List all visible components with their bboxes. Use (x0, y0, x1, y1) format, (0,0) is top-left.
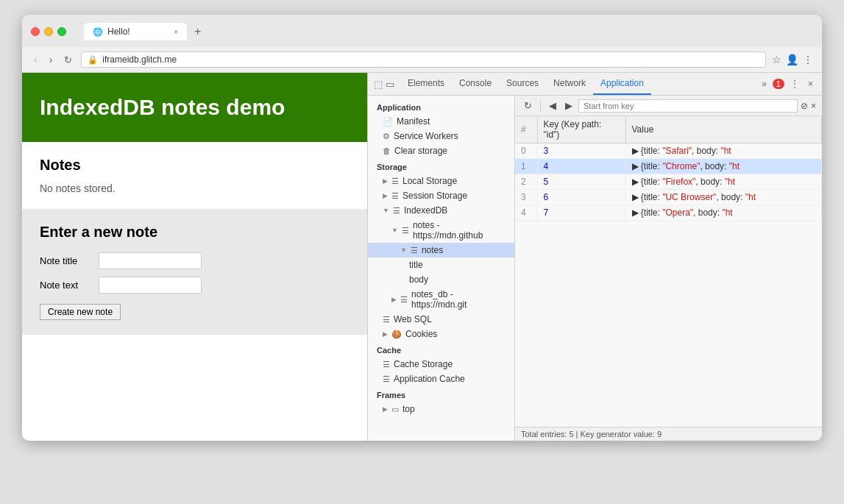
app-cache-icon: ☰ (383, 375, 390, 384)
page-header: IndexedDB notes demo (22, 73, 367, 142)
devtools-close-button[interactable]: × (805, 77, 816, 90)
maximize-traffic-light[interactable] (57, 27, 66, 36)
session-storage-icon: ☰ (391, 191, 399, 201)
devtools-inspect-icon[interactable]: ⬚ (374, 79, 383, 90)
col-header-value: Value (625, 116, 822, 143)
table-row[interactable]: 2 5 ▶ {title: "Firefox", body: "ht (515, 174, 822, 190)
traffic-lights (31, 27, 66, 36)
cache-storage-icon: ☰ (383, 360, 390, 369)
profile-button[interactable]: 👤 (786, 54, 798, 65)
sidebar-item-web-sql[interactable]: ☰ Web SQL (368, 312, 514, 327)
devtools-panel: ⬚ ▭ Elements Console Sources Network App… (368, 73, 822, 441)
address-text: iframeidb.glitch.me (102, 54, 177, 65)
devtools-main: ↻ ◀ ▶ ⊘ × # (515, 96, 822, 441)
tab-application[interactable]: Application (593, 73, 651, 95)
back-button[interactable]: ‹ (31, 52, 40, 67)
start-from-key-input[interactable] (578, 99, 798, 113)
sidebar-item-local-storage[interactable]: ▶ ☰ Local Storage (368, 174, 514, 188)
sidebar-item-notes-db[interactable]: ▼ ☰ notes - https://mdn.github (368, 218, 514, 243)
tab-close-button[interactable]: × (174, 28, 178, 36)
next-key-button[interactable]: ▶ (562, 99, 575, 113)
notes-db-label: notes - https://mdn.github (413, 220, 508, 241)
service-workers-icon: ⚙ (383, 132, 390, 141)
status-text: Total entries: 5 | Key generator value: … (521, 430, 662, 439)
devtools-responsive-icon[interactable]: ▭ (386, 79, 394, 90)
tab-elements[interactable]: Elements (400, 73, 452, 95)
notes-heading: Notes (40, 157, 350, 174)
devtools-toolbar: ↻ ◀ ▶ ⊘ × (515, 96, 822, 116)
error-badge: 1 (773, 79, 784, 89)
more-tabs-button[interactable]: » (759, 77, 770, 90)
tab-network[interactable]: Network (546, 73, 593, 95)
sidebar-item-indexeddb[interactable]: ▼ ☰ IndexedDB (368, 203, 514, 218)
close-key-button[interactable]: × (811, 101, 816, 111)
sidebar-item-top[interactable]: ▶ ▭ top (368, 402, 514, 416)
local-storage-icon: ☰ (391, 177, 399, 186)
note-text-label: Note text (40, 280, 91, 291)
sidebar-item-service-workers[interactable]: ⚙ Service Workers (368, 129, 514, 143)
cookies-icon: 🍪 (391, 330, 402, 339)
table-row[interactable]: 4 7 ▶ {title: "Opera", body: "ht (515, 205, 822, 221)
sidebar-item-cookies[interactable]: ▶ 🍪 Cookies (368, 327, 514, 341)
prev-key-button[interactable]: ◀ (546, 99, 559, 113)
cell-value: ▶ {title: "Chrome", body: "ht (625, 159, 822, 174)
browser-tab[interactable]: 🌐 Hello! × (84, 23, 187, 40)
note-title-label: Note title (40, 255, 91, 266)
cell-index: 3 (515, 190, 537, 205)
sidebar-item-notes-store[interactable]: ▼ ☰ notes (368, 243, 514, 258)
devtools-more-button[interactable]: ⋮ (787, 77, 802, 90)
tab-sources[interactable]: Sources (499, 73, 546, 95)
tab-console-label: Console (459, 78, 492, 88)
notes-store-icon: ☰ (411, 246, 418, 255)
tab-network-label: Network (553, 78, 586, 88)
notes-store-label: notes (422, 245, 443, 255)
more-button[interactable]: ⋮ (803, 54, 813, 65)
title-bar: 🌐 Hello! × + (22, 15, 822, 47)
cell-value: ▶ {title: "UC Browser", body: "ht (625, 190, 822, 205)
forward-button[interactable]: › (46, 52, 56, 67)
sidebar-item-notes-db2[interactable]: ▶ ☰ notes_db - https://mdn.git (368, 287, 514, 312)
bookmark-button[interactable]: ☆ (772, 54, 781, 65)
refresh-button[interactable]: ↻ (61, 53, 75, 67)
note-text-input[interactable] (99, 277, 202, 294)
cell-key: 5 (537, 174, 625, 190)
new-note-heading: Enter a new note (40, 224, 350, 241)
body-field-label: body (409, 274, 428, 285)
tab-console[interactable]: Console (452, 73, 499, 95)
devtools-tab-bar: ⬚ ▭ Elements Console Sources Network App… (368, 73, 822, 96)
notes-section: Notes No notes stored. (22, 142, 367, 209)
notes-db-expand-icon: ▼ (391, 227, 398, 234)
indexeddb-table: # Key (Key path: "id") Value 0 3 ▶ {titl… (515, 116, 822, 221)
refresh-data-button[interactable]: ↻ (521, 99, 535, 113)
create-note-button[interactable]: Create new note (40, 304, 121, 320)
table-row[interactable]: 3 6 ▶ {title: "UC Browser", body: "ht (515, 190, 822, 205)
note-title-row: Note title (40, 252, 350, 269)
title-bar-top: 🌐 Hello! × + (31, 22, 813, 41)
notes-db2-label: notes_db - https://mdn.git (411, 289, 508, 310)
application-section-title: Application (368, 99, 514, 114)
table-row[interactable]: 1 4 ▶ {title: "Chrome", body: "ht (515, 159, 822, 174)
manifest-icon: 📄 (383, 117, 393, 127)
clear-key-button[interactable]: ⊘ (801, 101, 808, 111)
sidebar-item-session-storage[interactable]: ▶ ☰ Session Storage (368, 188, 514, 203)
new-tab-button[interactable]: + (190, 22, 205, 41)
table-row[interactable]: 0 3 ▶ {title: "Safari", body: "ht (515, 143, 822, 159)
note-title-input[interactable] (99, 252, 202, 269)
app-cache-label: Application Cache (394, 374, 465, 384)
address-bar[interactable]: 🔒 iframeidb.glitch.me (81, 52, 766, 68)
cell-index: 2 (515, 174, 537, 190)
sidebar-item-body-field[interactable]: body (368, 272, 514, 287)
sidebar-item-manifest[interactable]: 📄 Manifest (368, 114, 514, 129)
tab-favicon: 🌐 (93, 27, 103, 37)
title-field-label: title (409, 260, 423, 270)
manifest-label: Manifest (397, 116, 430, 127)
cell-index: 4 (515, 205, 537, 221)
lock-icon: 🔒 (88, 55, 98, 65)
cell-value: ▶ {title: "Firefox", body: "ht (625, 174, 822, 190)
sidebar-item-app-cache[interactable]: ☰ Application Cache (368, 372, 514, 386)
sidebar-item-cache-storage[interactable]: ☰ Cache Storage (368, 357, 514, 372)
sidebar-item-title-field[interactable]: title (368, 258, 514, 272)
close-traffic-light[interactable] (31, 27, 40, 36)
sidebar-item-clear-storage[interactable]: 🗑 Clear storage (368, 143, 514, 158)
minimize-traffic-light[interactable] (44, 27, 53, 36)
